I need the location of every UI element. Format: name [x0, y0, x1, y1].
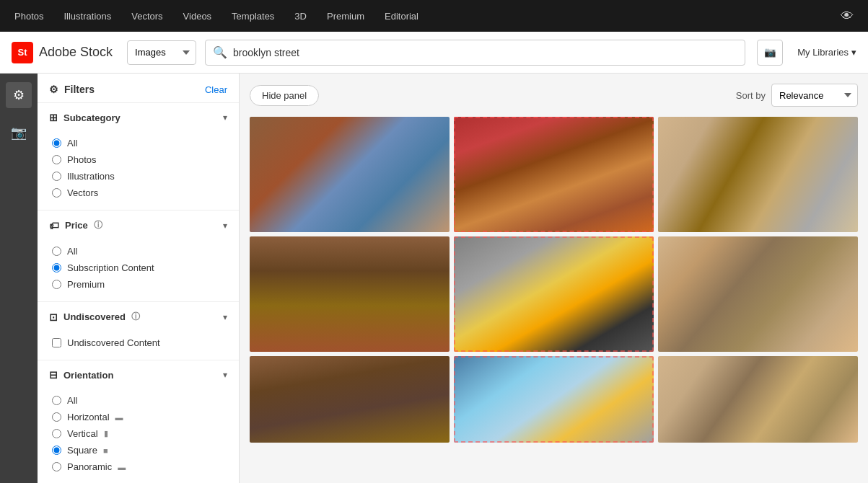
- price-icon: 🏷: [49, 220, 59, 231]
- nav-premium[interactable]: Premium: [327, 11, 364, 22]
- sort-area: Sort by Relevance Newest Undiscovered: [736, 84, 858, 107]
- subcategory-options: All Photos Illustrations Vectors: [38, 132, 239, 210]
- subcategory-option-illustrations[interactable]: Illustrations: [52, 168, 227, 185]
- undiscovered-icon: ⊡: [49, 311, 58, 323]
- nav-vectors[interactable]: Vectors: [131, 11, 162, 22]
- search-input[interactable]: [233, 47, 737, 58]
- image-item-2[interactable]: [454, 117, 654, 232]
- undiscovered-header[interactable]: ⊡ Undiscovered ⓘ ▾: [38, 302, 239, 332]
- image-item-5[interactable]: [454, 236, 654, 352]
- horizontal-shape-icon: ▬: [115, 413, 123, 422]
- icon-sidebar: ⚙ 📷: [0, 74, 38, 483]
- subcategory-option-vectors[interactable]: Vectors: [52, 185, 227, 201]
- price-header[interactable]: 🏷 Price ⓘ ▾: [38, 211, 239, 240]
- orientation-header[interactable]: ⊟ Orientation ▾: [38, 360, 239, 389]
- sliders-icon: ⚙: [13, 87, 25, 103]
- filters-header: ⚙ Filters Clear: [38, 74, 239, 103]
- price-label: Price: [65, 220, 88, 231]
- undiscovered-options: Undiscovered Content: [38, 332, 239, 360]
- orientation-label: Orientation: [63, 370, 113, 381]
- image-item-6[interactable]: [658, 236, 858, 352]
- image-item-4[interactable]: [250, 236, 450, 352]
- subcategory-title: ⊞ Subcategory: [49, 112, 120, 123]
- filter-toggle-button[interactable]: ⚙: [6, 82, 32, 108]
- account-icon[interactable]: 👁: [841, 9, 854, 24]
- undiscovered-option-content[interactable]: Undiscovered Content: [52, 334, 227, 351]
- undiscovered-label: Undiscovered: [63, 311, 126, 322]
- square-shape-icon: ■: [103, 446, 108, 455]
- image-item-9[interactable]: [658, 356, 858, 443]
- sort-select[interactable]: Relevance Newest Undiscovered: [771, 84, 858, 107]
- search-bar: 🔍: [205, 40, 745, 66]
- chevron-down-icon: ▾: [223, 221, 227, 231]
- search-type-select[interactable]: Images Videos Templates 3D Editorial: [127, 40, 196, 65]
- top-navigation: Photos Illustrations Vectors Videos Temp…: [0, 0, 868, 32]
- camera-upload-button[interactable]: 📷: [6, 120, 32, 146]
- image-item-1[interactable]: [250, 117, 450, 232]
- filter-section-price: 🏷 Price ⓘ ▾ All Subscription Content Pre…: [38, 211, 239, 302]
- my-libraries-label: My Libraries: [797, 47, 849, 58]
- grid-icon: ⊞: [49, 112, 58, 123]
- price-option-all[interactable]: All: [52, 243, 227, 260]
- price-info-icon[interactable]: ⓘ: [94, 219, 102, 231]
- content-toolbar: Hide panel Sort by Relevance Newest Undi…: [250, 84, 858, 107]
- image-item-8[interactable]: [454, 356, 654, 443]
- price-title: 🏷 Price ⓘ: [49, 219, 102, 231]
- filter-icon: ⚙: [49, 84, 58, 95]
- undiscovered-info-icon[interactable]: ⓘ: [131, 311, 140, 323]
- vertical-shape-icon: ▮: [104, 429, 108, 438]
- subcategory-option-all[interactable]: All: [52, 135, 227, 151]
- logo-area: St Adobe Stock: [12, 42, 113, 63]
- camera-icon: 📷: [764, 47, 776, 58]
- price-options: All Subscription Content Premium: [38, 240, 239, 301]
- orientation-options: All Horizontal ▬ Vertical ▮ Square ■ Pan…: [38, 389, 239, 483]
- orientation-title: ⊟ Orientation: [49, 369, 113, 381]
- subcategory-option-photos[interactable]: Photos: [52, 151, 227, 168]
- site-header: St Adobe Stock Images Videos Templates 3…: [0, 32, 868, 74]
- clear-filters-button[interactable]: Clear: [205, 84, 227, 95]
- price-option-subscription[interactable]: Subscription Content: [52, 260, 227, 276]
- sort-by-label: Sort by: [736, 90, 766, 101]
- orientation-icon: ⊟: [49, 369, 58, 381]
- nav-illustrations[interactable]: Illustrations: [63, 11, 111, 22]
- price-option-premium[interactable]: Premium: [52, 276, 227, 293]
- undiscovered-title: ⊡ Undiscovered ⓘ: [49, 311, 140, 323]
- orientation-option-square[interactable]: Square ■: [52, 442, 227, 458]
- hide-panel-button[interactable]: Hide panel: [250, 85, 319, 106]
- nav-3d[interactable]: 3D: [294, 11, 307, 22]
- brand-name: Adobe Stock: [39, 45, 113, 60]
- visual-search-button[interactable]: 📷: [757, 40, 783, 66]
- nav-photos[interactable]: Photos: [14, 11, 43, 22]
- orientation-option-horizontal[interactable]: Horizontal ▬: [52, 409, 227, 425]
- search-magnifier-icon: 🔍: [213, 45, 227, 59]
- image-item-3[interactable]: [658, 117, 858, 232]
- chevron-down-icon: ▾: [223, 312, 227, 322]
- filters-label: Filters: [64, 84, 95, 95]
- orientation-option-panoramic[interactable]: Panoramic ▬: [52, 458, 227, 475]
- content-area: Hide panel Sort by Relevance Newest Undi…: [240, 74, 868, 483]
- chevron-down-icon: ▾: [223, 370, 227, 380]
- subcategory-header[interactable]: ⊞ Subcategory ▾: [38, 103, 239, 132]
- filters-panel: ⚙ Filters Clear ⊞ Subcategory ▾ All Phot…: [38, 74, 240, 483]
- filter-section-subcategory: ⊞ Subcategory ▾ All Photos Illustrations…: [38, 103, 239, 211]
- chevron-down-icon: ▾: [851, 47, 856, 58]
- subcategory-label: Subcategory: [63, 112, 120, 123]
- nav-editorial[interactable]: Editorial: [385, 11, 418, 22]
- my-libraries-button[interactable]: My Libraries ▾: [797, 47, 856, 58]
- camera-icon: 📷: [11, 125, 27, 141]
- nav-templates[interactable]: Templates: [232, 11, 274, 22]
- filter-section-undiscovered: ⊡ Undiscovered ⓘ ▾ Undiscovered Content: [38, 302, 239, 360]
- main-layout: ⚙ 📷 ⚙ Filters Clear ⊞ Subcategory ▾: [0, 74, 868, 483]
- filters-title: ⚙ Filters: [49, 84, 95, 95]
- image-grid: [250, 117, 858, 443]
- panoramic-shape-icon: ▬: [118, 463, 126, 471]
- orientation-option-all[interactable]: All: [52, 392, 227, 409]
- chevron-down-icon: ▾: [223, 112, 227, 123]
- image-item-7[interactable]: [250, 356, 450, 443]
- orientation-option-vertical[interactable]: Vertical ▮: [52, 425, 227, 442]
- nav-videos[interactable]: Videos: [183, 11, 212, 22]
- logo-badge: St: [12, 42, 33, 63]
- filter-section-orientation: ⊟ Orientation ▾ All Horizontal ▬ Vertica…: [38, 360, 239, 483]
